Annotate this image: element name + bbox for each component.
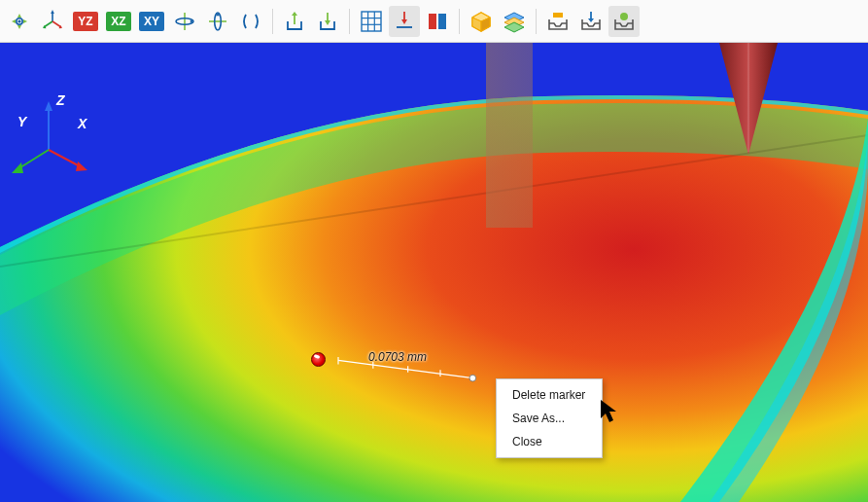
svg-marker-51 [45, 101, 52, 111]
xy-plane-button[interactable]: XY [136, 6, 167, 37]
viewport-3d[interactable]: Z X Y 0.0703 mm Delete marker Save As...… [0, 43, 868, 502]
menu-close[interactable]: Close [497, 430, 602, 453]
svg-rect-24 [362, 12, 381, 31]
separator [272, 9, 273, 34]
svg-marker-57 [12, 162, 23, 173]
rotate-center-button[interactable] [4, 6, 35, 37]
separator [536, 9, 537, 34]
menu-delete-marker[interactable]: Delete marker [497, 383, 602, 407]
svg-text:Z: Z [55, 92, 65, 108]
svg-line-56 [17, 150, 49, 169]
shaded-view-button[interactable] [466, 6, 497, 37]
svg-marker-5 [51, 10, 54, 14]
projection-toggle-button[interactable] [235, 6, 266, 37]
yz-plane-button[interactable]: YZ [70, 6, 101, 37]
svg-rect-33 [436, 14, 438, 29]
axis-triad: Z X Y [10, 91, 87, 169]
place-marker-button[interactable] [389, 6, 420, 37]
layers-button[interactable] [499, 6, 530, 37]
svg-rect-34 [438, 14, 446, 29]
separator [459, 9, 460, 34]
tray-empty-button[interactable] [542, 6, 573, 37]
grid-toggle-button[interactable] [356, 6, 387, 37]
svg-text:Y: Y [17, 114, 28, 129]
svg-text:XY: XY [144, 15, 159, 28]
svg-text:XZ: XZ [111, 15, 125, 28]
export-button[interactable] [279, 6, 310, 37]
toolbar: YZ XZ XY [0, 0, 868, 43]
svg-line-53 [49, 150, 82, 167]
xz-plane-button[interactable]: XZ [103, 6, 134, 37]
svg-point-1 [17, 19, 20, 22]
svg-text:X: X [77, 116, 88, 131]
svg-rect-42 [553, 13, 563, 18]
svg-marker-54 [76, 161, 87, 171]
isometric-view-button[interactable] [37, 6, 68, 37]
section-plane-button[interactable] [422, 6, 453, 37]
separator [349, 9, 350, 34]
svg-point-45 [620, 13, 628, 20]
spin-vertical-button[interactable] [202, 6, 233, 37]
svg-marker-30 [401, 19, 407, 24]
colormap-rendering [0, 43, 868, 502]
svg-marker-23 [325, 20, 330, 25]
svg-marker-21 [292, 12, 297, 16]
marker-dot[interactable] [311, 352, 326, 367]
spin-horizontal-button[interactable] [169, 6, 200, 37]
svg-text:YZ: YZ [78, 15, 92, 28]
svg-rect-47 [486, 43, 533, 228]
tray-active-button[interactable] [608, 6, 640, 37]
import-button[interactable] [312, 6, 343, 37]
svg-marker-44 [588, 18, 594, 22]
tray-load-button[interactable] [575, 6, 607, 37]
svg-rect-32 [429, 14, 436, 29]
menu-save-as[interactable]: Save As... [497, 407, 602, 430]
context-menu: Delete marker Save As... Close [496, 378, 603, 458]
